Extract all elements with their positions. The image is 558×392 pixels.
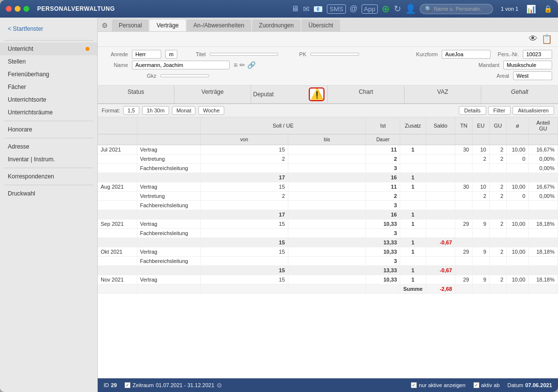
edit-icon[interactable]: ✏ (239, 61, 245, 69)
monitor-icon[interactable]: 🖥 (291, 4, 299, 13)
details-button[interactable]: Details (459, 106, 486, 115)
link-icon[interactable]: 🔗 (247, 61, 256, 69)
sidebar-item-unterrichtsorte[interactable]: Unterrichtsorte (0, 93, 97, 106)
gear-icon[interactable]: ⚙ (216, 382, 222, 389)
summe-cell (200, 284, 288, 294)
table-row: Vertretung222200,00% (98, 192, 558, 201)
sidebar-back-button[interactable]: < Startfenster (0, 22, 97, 38)
sidebar-item-label: Honorare (8, 126, 32, 133)
table-cell: 9 (472, 275, 490, 284)
sub-tab-deputat[interactable]: Deputat ⚠️ (251, 86, 328, 103)
sidebar-item-inventar[interactable]: Inventar | Instrum. (0, 153, 97, 166)
sub-tab-status[interactable]: Status (98, 86, 174, 103)
tab-vertraege[interactable]: Verträge (150, 20, 185, 31)
col-avg: ø (507, 117, 529, 134)
name-value[interactable]: Auermann, Joachim (132, 61, 230, 69)
minimize-button[interactable] (15, 6, 21, 12)
sidebar-item-honorare[interactable]: Honorare (0, 123, 97, 136)
kurzform-value[interactable]: AueJoa (442, 50, 491, 59)
mandant-value[interactable]: Musikschule (503, 61, 552, 69)
sidebar-item-adresse[interactable]: Adresse (0, 140, 97, 153)
sidebar-item-ferienueberhang[interactable]: Ferienüberhang (0, 68, 97, 81)
time-value[interactable]: 1h 30m (142, 106, 169, 115)
table-cell: Fachbereichsleitung (137, 229, 200, 238)
id-value: 29 (111, 382, 117, 388)
sub-tab-chart[interactable]: Chart (328, 86, 405, 103)
tab-abwesenheiten[interactable]: An-/Abwesenheiten (187, 20, 251, 31)
gender-value[interactable]: m (165, 50, 177, 59)
nur-aktive-checkbox[interactable]: ✓ (411, 382, 417, 388)
sub-tab-vertraege[interactable]: Verträge (174, 86, 251, 103)
tab-uebersicht[interactable]: Übersicht (301, 20, 340, 31)
table-cell (137, 266, 200, 275)
table-cell: Nov 2021 (98, 275, 137, 284)
sidebar-item-faecher[interactable]: Fächer (0, 81, 97, 93)
pers-nr-value[interactable]: 10023 (523, 50, 552, 59)
table-cell: -0,67 (426, 238, 455, 247)
sidebar-item-druckwahl[interactable]: Druckwahl (0, 187, 97, 200)
table-cell (507, 201, 529, 210)
table-cell: 29 (455, 219, 472, 229)
maximize-button[interactable] (23, 6, 29, 12)
areal-value[interactable]: West (513, 71, 552, 80)
sub-tab-gehalt[interactable]: Gehalt (481, 86, 558, 103)
sub-col-von: von (200, 134, 288, 145)
woche-btn[interactable]: Woche (198, 106, 224, 115)
settings-icon[interactable]: ⚙ (102, 22, 108, 29)
sms-icon[interactable]: SMS (327, 4, 345, 14)
sub-col-empty8 (507, 134, 529, 145)
table-cell: 30 (455, 182, 472, 192)
sidebar-item-unterricht[interactable]: Unterricht (0, 43, 97, 55)
format-value[interactable]: 1,5 (123, 106, 139, 115)
search-box[interactable]: 🔍 (420, 4, 493, 14)
note-icon[interactable]: 📋 (541, 34, 552, 44)
letter-icon[interactable]: ✉ (303, 4, 309, 14)
email-icon[interactable]: 📧 (313, 4, 323, 14)
sub-tab-vaz[interactable]: VAZ (405, 86, 481, 103)
table-cell: 30 (455, 145, 472, 154)
user-icon[interactable]: 👤 (405, 3, 416, 14)
table-cell (426, 247, 455, 257)
aktualisieren-button[interactable]: Aktualisieren (513, 106, 554, 115)
close-button[interactable] (6, 6, 12, 12)
titel-value[interactable] (210, 53, 278, 56)
refresh-icon[interactable]: ↻ (394, 3, 401, 14)
zeitraum-checkbox[interactable]: ✓ (125, 382, 130, 388)
table-cell: 0,00% (529, 164, 558, 173)
summe-cell: Summe (400, 284, 426, 294)
tab-personal[interactable]: Personal (112, 20, 149, 31)
filter-button[interactable]: Filter (488, 106, 511, 115)
stats-icon[interactable]: 📊 (526, 4, 536, 14)
summe-cell: -2,68 (426, 284, 455, 294)
list-icon[interactable]: ≡ (234, 61, 237, 69)
table-cell (472, 201, 490, 210)
sidebar-item-korrespondenzen[interactable]: Korrespondenzen (0, 170, 97, 183)
table-cell (490, 266, 507, 275)
eye-icon[interactable]: 👁 (529, 34, 537, 44)
at-icon[interactable]: @ (350, 4, 358, 13)
aktiv-ab-checkbox[interactable]: ✓ (473, 382, 479, 388)
table-cell (200, 229, 288, 238)
col-type (137, 117, 200, 134)
warning-cell[interactable]: ⚠️ (309, 87, 324, 101)
pk-value[interactable] (310, 53, 359, 56)
person-row-3: Gkz Areal West (104, 71, 552, 80)
table-cell: 2 (200, 192, 288, 201)
table-cell: 2 (490, 192, 507, 201)
sidebar-item-unterrichtsraeume[interactable]: Unterrichtsräume (0, 106, 97, 119)
anrede-value[interactable]: Herr (132, 50, 161, 59)
app-icon[interactable]: App (362, 4, 378, 14)
tab-zuordnungen[interactable]: Zuordnungen (252, 20, 300, 31)
table-cell: 1 (400, 275, 426, 284)
search-input[interactable] (434, 6, 493, 12)
table-cell: 15 (200, 238, 288, 247)
table-cell: 0 (507, 192, 529, 201)
sub-col-empty9 (529, 134, 558, 145)
monat-btn[interactable]: Monat (172, 106, 196, 115)
table-cell: Vertretung (137, 192, 200, 201)
nur-aktive-label: nur aktive anzeigen (419, 382, 465, 388)
table-cell: 9 (472, 219, 490, 229)
gkz-value[interactable] (160, 74, 209, 77)
sidebar-item-stellen[interactable]: Stellen (0, 55, 97, 68)
add-icon[interactable]: ⊕ (382, 3, 390, 15)
